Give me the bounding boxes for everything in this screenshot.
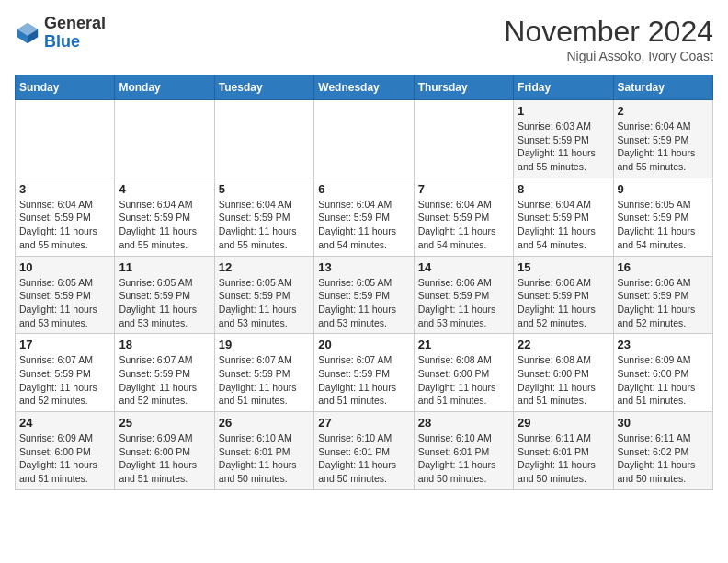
day-number: 9 — [618, 182, 709, 196]
day-info: Sunrise: 6:03 AM Sunset: 5:59 PM Dayligh… — [518, 120, 609, 174]
calendar-week-row: 10Sunrise: 6:05 AM Sunset: 5:59 PM Dayli… — [16, 256, 713, 334]
day-number: 3 — [19, 182, 110, 196]
day-of-week-header: Wednesday — [314, 75, 414, 100]
calendar-week-row: 1Sunrise: 6:03 AM Sunset: 5:59 PM Daylig… — [16, 100, 713, 178]
calendar-cell: 3Sunrise: 6:04 AM Sunset: 5:59 PM Daylig… — [16, 178, 115, 256]
logo-text: General Blue — [44, 15, 106, 52]
calendar-cell: 24Sunrise: 6:09 AM Sunset: 6:00 PM Dayli… — [16, 412, 115, 490]
day-info: Sunrise: 6:05 AM Sunset: 5:59 PM Dayligh… — [618, 198, 709, 252]
calendar-cell — [214, 100, 313, 178]
day-number: 1 — [518, 104, 609, 118]
day-info: Sunrise: 6:06 AM Sunset: 5:59 PM Dayligh… — [618, 276, 709, 330]
day-number: 14 — [418, 260, 509, 274]
calendar-cell: 4Sunrise: 6:04 AM Sunset: 5:59 PM Daylig… — [115, 178, 214, 256]
day-number: 30 — [618, 416, 709, 430]
calendar-cell: 7Sunrise: 6:04 AM Sunset: 5:59 PM Daylig… — [414, 178, 513, 256]
day-number: 18 — [119, 338, 210, 351]
calendar-cell: 6Sunrise: 6:04 AM Sunset: 5:59 PM Daylig… — [314, 178, 414, 256]
day-info: Sunrise: 6:04 AM Sunset: 5:59 PM Dayligh… — [618, 120, 709, 174]
day-info: Sunrise: 6:07 AM Sunset: 5:59 PM Dayligh… — [219, 353, 310, 408]
day-info: Sunrise: 6:05 AM Sunset: 5:59 PM Dayligh… — [19, 276, 110, 330]
day-number: 22 — [518, 338, 609, 351]
calendar-cell: 23Sunrise: 6:09 AM Sunset: 6:00 PM Dayli… — [613, 334, 712, 412]
day-number: 20 — [318, 338, 409, 351]
calendar-cell: 30Sunrise: 6:11 AM Sunset: 6:02 PM Dayli… — [613, 412, 712, 490]
day-number: 2 — [618, 104, 709, 118]
day-of-week-header: Tuesday — [214, 75, 313, 100]
calendar-cell — [115, 100, 214, 178]
day-info: Sunrise: 6:08 AM Sunset: 6:00 PM Dayligh… — [418, 353, 509, 408]
day-info: Sunrise: 6:09 AM Sunset: 6:00 PM Dayligh… — [618, 353, 709, 408]
day-number: 12 — [219, 260, 310, 274]
logo: General Blue — [15, 15, 106, 52]
day-number: 10 — [19, 260, 110, 274]
day-number: 11 — [119, 260, 210, 274]
calendar-cell: 21Sunrise: 6:08 AM Sunset: 6:00 PM Dayli… — [414, 334, 513, 412]
calendar-week-row: 24Sunrise: 6:09 AM Sunset: 6:00 PM Dayli… — [16, 412, 713, 490]
calendar-cell: 28Sunrise: 6:10 AM Sunset: 6:01 PM Dayli… — [414, 412, 513, 490]
day-of-week-header: Monday — [115, 75, 214, 100]
day-info: Sunrise: 6:04 AM Sunset: 5:59 PM Dayligh… — [119, 198, 210, 252]
calendar-cell: 5Sunrise: 6:04 AM Sunset: 5:59 PM Daylig… — [214, 178, 313, 256]
day-number: 24 — [19, 416, 110, 430]
day-info: Sunrise: 6:05 AM Sunset: 5:59 PM Dayligh… — [219, 276, 310, 330]
calendar-cell: 14Sunrise: 6:06 AM Sunset: 5:59 PM Dayli… — [414, 256, 513, 334]
calendar-cell: 11Sunrise: 6:05 AM Sunset: 5:59 PM Dayli… — [115, 256, 214, 334]
calendar-cell: 29Sunrise: 6:11 AM Sunset: 6:01 PM Dayli… — [514, 412, 613, 490]
day-info: Sunrise: 6:04 AM Sunset: 5:59 PM Dayligh… — [518, 198, 609, 252]
calendar-table: SundayMondayTuesdayWednesdayThursdayFrid… — [15, 75, 713, 490]
day-info: Sunrise: 6:08 AM Sunset: 6:00 PM Dayligh… — [518, 353, 609, 408]
calendar-cell: 22Sunrise: 6:08 AM Sunset: 6:00 PM Dayli… — [514, 334, 613, 412]
calendar-cell: 15Sunrise: 6:06 AM Sunset: 5:59 PM Dayli… — [514, 256, 613, 334]
calendar-cell: 19Sunrise: 6:07 AM Sunset: 5:59 PM Dayli… — [214, 334, 313, 412]
day-number: 29 — [518, 416, 609, 430]
logo-general-text: General — [44, 14, 106, 32]
month-title: November 2024 — [504, 15, 713, 49]
calendar-cell: 10Sunrise: 6:05 AM Sunset: 5:59 PM Dayli… — [16, 256, 115, 334]
calendar-cell: 12Sunrise: 6:05 AM Sunset: 5:59 PM Dayli… — [214, 256, 313, 334]
calendar-cell: 18Sunrise: 6:07 AM Sunset: 5:59 PM Dayli… — [115, 334, 214, 412]
day-header-row: SundayMondayTuesdayWednesdayThursdayFrid… — [16, 75, 713, 100]
day-number: 13 — [318, 260, 409, 274]
day-info: Sunrise: 6:11 AM Sunset: 6:01 PM Dayligh… — [518, 431, 609, 486]
title-block: November 2024 Nigui Assoko, Ivory Coast — [504, 15, 713, 63]
day-info: Sunrise: 6:04 AM Sunset: 5:59 PM Dayligh… — [219, 198, 310, 252]
day-info: Sunrise: 6:07 AM Sunset: 5:59 PM Dayligh… — [318, 353, 409, 408]
day-number: 26 — [219, 416, 310, 430]
calendar-header: SundayMondayTuesdayWednesdayThursdayFrid… — [16, 75, 713, 100]
day-number: 21 — [418, 338, 509, 351]
calendar-cell: 27Sunrise: 6:10 AM Sunset: 6:01 PM Dayli… — [314, 412, 414, 490]
day-info: Sunrise: 6:05 AM Sunset: 5:59 PM Dayligh… — [318, 276, 409, 330]
day-info: Sunrise: 6:07 AM Sunset: 5:59 PM Dayligh… — [19, 353, 110, 408]
calendar-cell: 26Sunrise: 6:10 AM Sunset: 6:01 PM Dayli… — [214, 412, 313, 490]
day-info: Sunrise: 6:10 AM Sunset: 6:01 PM Dayligh… — [318, 431, 409, 486]
day-info: Sunrise: 6:04 AM Sunset: 5:59 PM Dayligh… — [19, 198, 110, 252]
calendar-cell — [16, 100, 115, 178]
day-number: 16 — [618, 260, 709, 274]
logo-blue-text: Blue — [44, 32, 80, 51]
day-of-week-header: Saturday — [613, 75, 712, 100]
day-info: Sunrise: 6:04 AM Sunset: 5:59 PM Dayligh… — [418, 198, 509, 252]
day-info: Sunrise: 6:10 AM Sunset: 6:01 PM Dayligh… — [418, 431, 509, 486]
day-number: 27 — [318, 416, 409, 430]
calendar-cell: 9Sunrise: 6:05 AM Sunset: 5:59 PM Daylig… — [613, 178, 712, 256]
calendar-cell — [314, 100, 414, 178]
calendar-cell — [414, 100, 513, 178]
calendar-body: 1Sunrise: 6:03 AM Sunset: 5:59 PM Daylig… — [16, 100, 713, 490]
day-info: Sunrise: 6:11 AM Sunset: 6:02 PM Dayligh… — [618, 431, 709, 486]
day-number: 15 — [518, 260, 609, 274]
day-info: Sunrise: 6:07 AM Sunset: 5:59 PM Dayligh… — [119, 353, 210, 408]
location-text: Nigui Assoko, Ivory Coast — [504, 49, 713, 63]
calendar-cell: 2Sunrise: 6:04 AM Sunset: 5:59 PM Daylig… — [613, 100, 712, 178]
day-number: 28 — [418, 416, 509, 430]
day-number: 6 — [318, 182, 409, 196]
calendar-cell: 16Sunrise: 6:06 AM Sunset: 5:59 PM Dayli… — [613, 256, 712, 334]
day-info: Sunrise: 6:09 AM Sunset: 6:00 PM Dayligh… — [19, 431, 110, 486]
day-of-week-header: Sunday — [16, 75, 115, 100]
day-number: 8 — [518, 182, 609, 196]
calendar-cell: 20Sunrise: 6:07 AM Sunset: 5:59 PM Dayli… — [314, 334, 414, 412]
day-info: Sunrise: 6:06 AM Sunset: 5:59 PM Dayligh… — [518, 276, 609, 330]
calendar-cell: 25Sunrise: 6:09 AM Sunset: 6:00 PM Dayli… — [115, 412, 214, 490]
logo-icon — [15, 20, 40, 46]
day-number: 25 — [119, 416, 210, 430]
